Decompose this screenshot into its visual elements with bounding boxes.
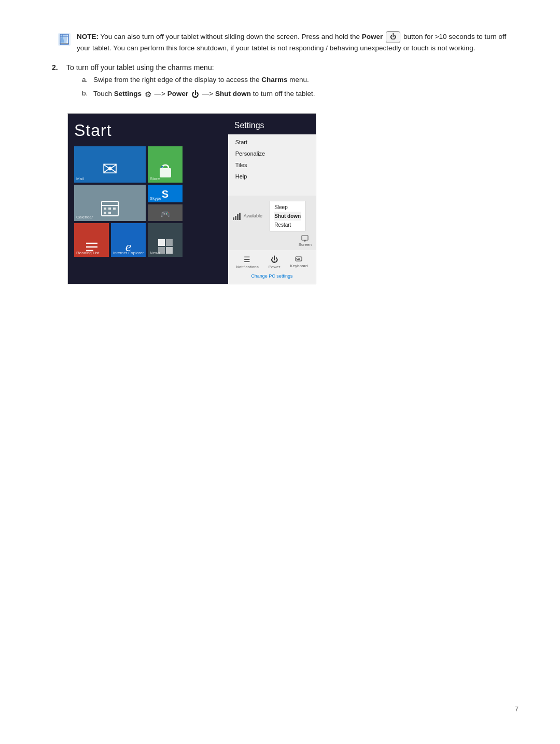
notifications-icon: ☰	[244, 255, 250, 264]
note-label: NOTE:	[77, 33, 99, 40]
svg-rect-19	[235, 216, 236, 220]
shutdown-label: Shut down	[215, 90, 251, 98]
screen-icon	[301, 235, 309, 242]
step-2: 2. To turn off your tablet using the cha…	[52, 63, 519, 104]
screenshot-container: Start ✉ Mail Store	[67, 113, 316, 284]
power-icon: ⏻	[271, 255, 278, 264]
step-b: b. Touch Settings ⚙ —> Power ⏻ —> Shut d…	[82, 88, 519, 100]
settings-menu-tiles[interactable]: Tiles	[228, 159, 316, 171]
tile-skype[interactable]: S Skype	[148, 185, 183, 202]
svg-rect-2	[160, 168, 171, 177]
step-b-pre: Touch	[93, 90, 114, 98]
power-item[interactable]: ⏻ Power	[269, 255, 281, 269]
start-title: Start	[74, 121, 222, 140]
step-b-text: Touch Settings ⚙ —> Power ⏻ —> Shut down…	[93, 88, 519, 100]
shutdown-option[interactable]: Shut down	[274, 212, 301, 221]
arrow2: —>	[202, 90, 213, 98]
settings-header: Settings	[228, 114, 316, 134]
available-row: Available Sleep Shut down Restart	[232, 199, 312, 233]
tile-calendar-label: Calendar	[76, 215, 93, 219]
tile-row-3: Reading List e Internet Explorer News	[74, 223, 222, 257]
step-a-text: Swipe from the right edge of the display…	[93, 75, 519, 86]
svg-rect-27	[298, 258, 299, 259]
tile-news-label: News	[150, 251, 160, 255]
settings-menu-personalize[interactable]: Personalize	[228, 148, 316, 159]
svg-rect-29	[297, 259, 300, 260]
step-a-post: menu.	[287, 76, 309, 84]
notifications-item[interactable]: ☰ Notifications	[236, 255, 259, 269]
tile-store[interactable]: Store	[148, 146, 183, 183]
settings-menu-help[interactable]: Help	[228, 171, 316, 182]
start-panel: Start ✉ Mail Store	[68, 114, 228, 284]
settings-panel: Settings Start Personalize Tiles Help Av…	[228, 114, 316, 284]
step-2-text: To turn off your tablet using the charms…	[66, 63, 214, 72]
step-a: a. Swipe from the right edge of the disp…	[82, 75, 519, 86]
arrow1: —>	[155, 90, 165, 98]
notifications-label: Notifications	[236, 265, 259, 269]
tile-reading[interactable]: Reading List	[74, 223, 109, 257]
screen-label: Screen	[299, 242, 312, 247]
svg-rect-20	[237, 214, 239, 220]
svg-rect-3	[161, 166, 163, 168]
change-pc-settings[interactable]: Change PC settings	[233, 271, 311, 281]
tile-skype-label: Skype	[150, 196, 161, 201]
sleep-option[interactable]: Sleep	[274, 203, 301, 212]
settings-label-inline: Settings	[114, 90, 142, 98]
calendar-icon	[100, 198, 120, 219]
svg-rect-8	[113, 208, 116, 210]
settings-gear-icon: ⚙	[145, 88, 151, 100]
svg-rect-6	[104, 208, 106, 210]
available-label: Available	[244, 213, 262, 218]
alpha-list: a. Swipe from the right edge of the disp…	[82, 75, 519, 101]
note-text: NOTE: You can also turn off your tablet …	[77, 31, 519, 54]
tile-reading-label: Reading List	[76, 251, 99, 255]
keyboard-label: Keyboard	[290, 264, 307, 268]
svg-rect-14	[158, 239, 165, 246]
svg-rect-28	[299, 258, 300, 259]
note-text-1: You can also turn off your tablet withou…	[101, 33, 360, 40]
mail-icon: ✉	[102, 160, 118, 178]
settings-bottom-row: ☰ Notifications ⏻ Power Keyboard	[233, 255, 311, 269]
tile-store-label: Store	[150, 176, 160, 181]
note-block: NOTE: You can also turn off your tablet …	[57, 31, 519, 54]
svg-rect-25	[296, 257, 302, 261]
keyboard-item[interactable]: Keyboard	[290, 255, 307, 269]
note-icon	[57, 32, 72, 47]
step-a-pre: Swipe from the right edge of the display…	[93, 76, 261, 84]
settings-menu-start[interactable]: Start	[228, 136, 316, 148]
svg-rect-22	[302, 236, 308, 240]
power-icon-inline: ⏻	[191, 88, 199, 100]
svg-rect-9	[104, 212, 106, 214]
tile-row-1: ✉ Mail Store	[74, 146, 222, 183]
svg-rect-10	[108, 212, 111, 214]
signal-icon	[232, 211, 242, 221]
charms-label: Charms	[261, 76, 287, 84]
tiles-grid: ✉ Mail Store	[74, 146, 222, 257]
svg-rect-18	[233, 217, 234, 220]
svg-rect-21	[239, 213, 241, 220]
power-popup-area: Available Sleep Shut down Restart Screen	[228, 196, 316, 250]
settings-menu: Start Personalize Tiles Help	[228, 134, 316, 194]
settings-bottom: ☰ Notifications ⏻ Power Keyboard	[228, 252, 316, 284]
page-number: 7	[515, 705, 519, 713]
tile-news[interactable]: News	[148, 223, 183, 257]
tile-row-2: Calendar S Skype 🎮	[74, 185, 222, 221]
power-label-inline: Power	[167, 90, 189, 98]
settings-title: Settings	[234, 121, 264, 130]
numbered-list: 2. To turn off your tablet using the cha…	[52, 63, 519, 104]
svg-rect-26	[296, 258, 297, 259]
svg-rect-7	[108, 208, 111, 210]
step-2-num: 2.	[52, 63, 66, 72]
tile-calendar[interactable]: Calendar	[74, 185, 146, 221]
tile-mail[interactable]: ✉ Mail	[74, 146, 146, 183]
restart-option[interactable]: Restart	[274, 221, 301, 229]
note-power-label: Power	[362, 33, 383, 40]
screen-item: Screen	[299, 235, 312, 247]
tile-ie-label: Internet Explorer	[113, 251, 144, 255]
step-a-letter: a.	[82, 75, 93, 86]
tile-xbox[interactable]: 🎮	[148, 204, 183, 221]
svg-rect-17	[166, 247, 173, 254]
screen-icon-row: Screen	[232, 235, 312, 247]
tile-ie[interactable]: e Internet Explorer	[111, 223, 146, 257]
step-2-content: To turn off your tablet using the charms…	[66, 63, 519, 104]
